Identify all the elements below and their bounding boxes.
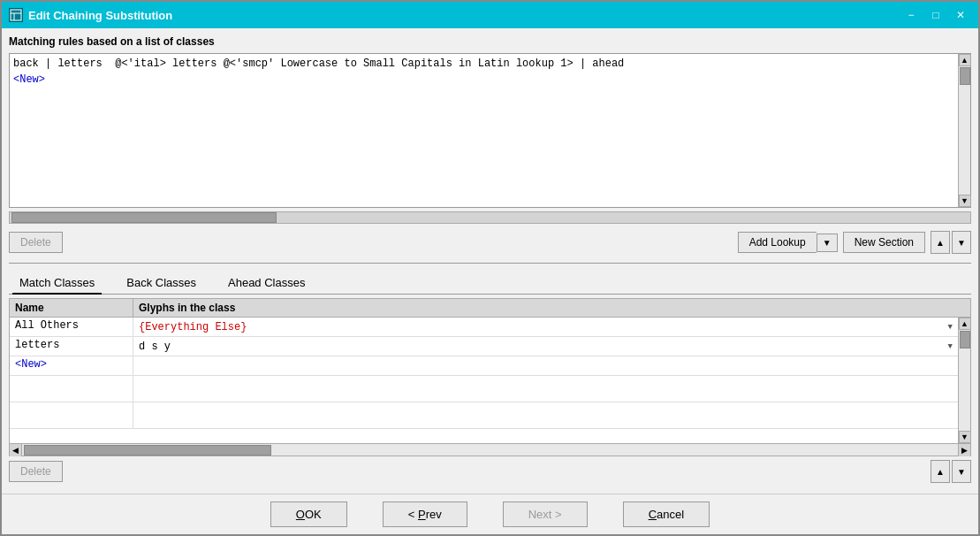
prev-button[interactable]: < Prev	[383, 502, 467, 527]
code-area[interactable]: back | letters @<'ital> letters @<'smcp'…	[10, 54, 958, 207]
minimize-button[interactable]: −	[900, 6, 922, 24]
move-down-button[interactable]: ▼	[952, 231, 971, 254]
glyphs-value-1: d s y	[139, 341, 171, 353]
table-body-wrapper: All Others {Everything Else} ▼ letters d…	[9, 317, 971, 444]
matching-rules-label: Matching rules based on a list of classe…	[9, 35, 971, 48]
table-scrollbar-h[interactable]: ◀ ▶	[9, 444, 971, 456]
h-scroll-left[interactable]: ◀	[10, 444, 22, 456]
svg-rect-0	[11, 10, 21, 20]
table-row[interactable]: <New>	[10, 356, 958, 376]
glyphs-value-0: {Everything Else}	[139, 321, 247, 333]
table-header: Name Glyphs in the class	[9, 298, 971, 317]
main-content: Matching rules based on a list of classe…	[2, 28, 978, 494]
table-scrollbar-v[interactable]: ▲ ▼	[958, 318, 970, 443]
toolbar-row: Delete Add Lookup ▼ New Section ▲ ▼	[9, 227, 971, 257]
table-row[interactable]: All Others {Everything Else} ▼	[10, 318, 958, 337]
table-row[interactable]: letters d s y ▼	[10, 337, 958, 356]
scroll-track	[959, 66, 970, 195]
table-row-empty-2	[10, 402, 958, 429]
tab-ahead-classes[interactable]: Ahead Classes	[221, 272, 312, 295]
tab-match-classes[interactable]: Match Classes	[12, 272, 102, 295]
dropdown-arrow-0[interactable]: ▼	[948, 323, 953, 332]
td-empty-4	[133, 402, 958, 428]
h-scroll-right[interactable]: ▶	[958, 444, 970, 456]
td-name-2: <New>	[10, 356, 133, 375]
add-lookup-group: Add Lookup ▼	[738, 232, 838, 253]
add-lookup-dropdown[interactable]: ▼	[817, 234, 838, 252]
main-window: Edit Chaining Substitution − □ ✕ Matchin…	[0, 0, 980, 536]
td-glyphs-0: {Everything Else} ▼	[133, 318, 958, 336]
td-name-1: letters	[10, 337, 133, 356]
add-lookup-button[interactable]: Add Lookup	[738, 232, 817, 253]
footer: OOK < Prev Next > Cancel	[2, 494, 978, 534]
close-button[interactable]: ✕	[950, 6, 971, 24]
code-scrollbar-thumb	[11, 212, 277, 223]
scroll-thumb	[960, 67, 970, 85]
delete-button[interactable]: Delete	[9, 232, 63, 253]
up-down-buttons: ▲ ▼	[931, 231, 971, 254]
table-scroll-track	[959, 330, 970, 431]
code-scrollbar-h[interactable]	[9, 211, 971, 224]
code-area-container: back | letters @<'ital> letters @<'smcp'…	[9, 53, 971, 208]
code-new-item[interactable]: <New>	[13, 72, 954, 88]
table-move-up-button[interactable]: ▲	[931, 460, 950, 483]
col-name-header: Name	[10, 299, 133, 317]
table-scroll-thumb	[960, 331, 970, 348]
code-line-1: back | letters @<'ital> letters @<'smcp'…	[13, 56, 954, 72]
td-empty-1	[10, 376, 133, 402]
window-icon	[9, 8, 23, 22]
table-move-down-button[interactable]: ▼	[952, 460, 971, 483]
tabs-row: Match Classes Back Classes Ahead Classes	[9, 269, 971, 295]
code-scrollbar-v[interactable]: ▲ ▼	[958, 54, 970, 207]
restore-button[interactable]: □	[925, 6, 946, 24]
td-empty-2	[133, 376, 958, 402]
title-bar: Edit Chaining Substitution − □ ✕	[2, 2, 978, 28]
td-glyphs-1: d s y ▼	[133, 337, 958, 356]
new-section-button[interactable]: New Section	[843, 232, 925, 253]
table-row-empty-1	[10, 376, 958, 402]
h-scroll-thumb	[24, 445, 271, 456]
table-scroll-down[interactable]: ▼	[959, 431, 971, 443]
table-body[interactable]: All Others {Everything Else} ▼ letters d…	[10, 318, 958, 443]
ok-button[interactable]: OOK	[270, 502, 347, 527]
col-glyphs-header: Glyphs in the class	[133, 299, 970, 317]
bottom-toolbar: Delete ▲ ▼	[9, 456, 971, 486]
table-up-down-buttons: ▲ ▼	[931, 460, 971, 483]
next-button[interactable]: Next >	[503, 502, 588, 527]
td-empty-3	[10, 402, 133, 428]
scroll-down-arrow[interactable]: ▼	[959, 195, 971, 207]
dropdown-arrow-1[interactable]: ▼	[948, 342, 953, 351]
table-section: Name Glyphs in the class All Others {Eve…	[9, 298, 971, 486]
window-controls: − □ ✕	[900, 6, 971, 24]
h-scroll-track	[22, 444, 958, 456]
move-up-button[interactable]: ▲	[931, 231, 950, 254]
scroll-up-arrow[interactable]: ▲	[959, 54, 971, 66]
table-delete-button[interactable]: Delete	[9, 461, 63, 482]
tab-back-classes[interactable]: Back Classes	[119, 272, 203, 295]
td-glyphs-2	[133, 356, 958, 375]
table-scroll-up[interactable]: ▲	[959, 318, 971, 330]
cancel-button[interactable]: Cancel	[623, 502, 710, 527]
divider	[9, 263, 971, 264]
window-title: Edit Chaining Substitution	[28, 9, 900, 22]
td-name-0: All Others	[10, 318, 133, 336]
